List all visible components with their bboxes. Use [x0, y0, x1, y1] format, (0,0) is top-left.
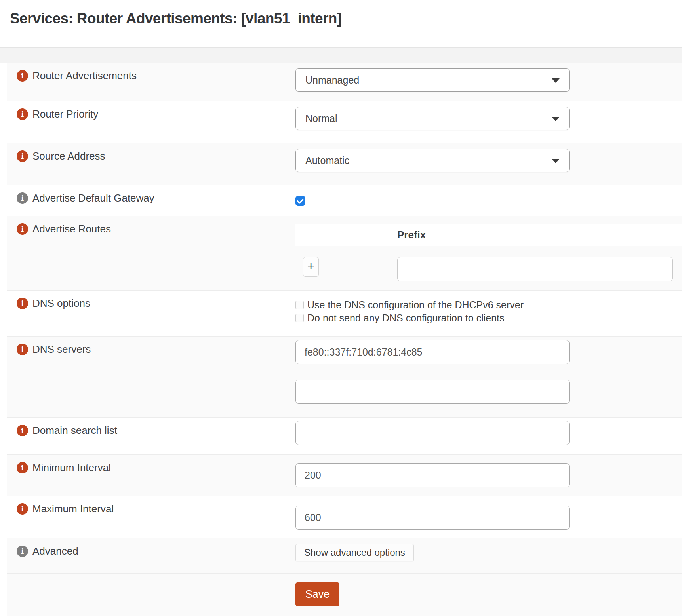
label-minimum-interval: Minimum Interval: [7, 455, 295, 496]
control-minimum-interval: [295, 455, 682, 496]
dns-server-1-input[interactable]: [295, 340, 570, 364]
label-advertise-default-gateway: Advertise Default Gateway: [7, 185, 295, 216]
dns-dhcpv6-checkbox[interactable]: [295, 301, 304, 309]
control-dns-options: Use the DNS configuration of the DHCPv6 …: [295, 291, 682, 336]
field-label: Minimum Interval: [32, 462, 111, 474]
source-address-select[interactable]: Automatic: [295, 149, 570, 172]
row-advertise-default-gateway: Advertise Default Gateway: [7, 185, 682, 216]
chevron-down-icon: [552, 117, 560, 121]
prefix-input[interactable]: [397, 257, 673, 281]
add-route-button[interactable]: +: [303, 257, 319, 277]
save-row: Save: [7, 574, 682, 616]
router-priority-select[interactable]: Normal: [295, 107, 570, 130]
checkmark-icon: [297, 197, 304, 204]
selected-value: Automatic: [305, 155, 349, 166]
routes-table-header: Prefix: [295, 224, 682, 246]
control-source-address: Automatic: [295, 143, 682, 185]
control-advanced: Show advanced options: [295, 538, 682, 573]
field-label: Router Priority: [32, 108, 98, 120]
dns-option-dhcpv6: Use the DNS configuration of the DHCPv6 …: [295, 298, 682, 312]
control-maximum-interval: [295, 496, 682, 538]
info-icon[interactable]: [17, 150, 28, 162]
info-icon[interactable]: [17, 192, 28, 204]
info-icon[interactable]: [17, 462, 28, 473]
dns-server-2-input[interactable]: [295, 380, 570, 404]
row-minimum-interval: Minimum Interval: [7, 455, 682, 496]
row-dns-servers: DNS servers: [7, 337, 682, 418]
row-router-priority: Router Priority Normal: [7, 101, 682, 143]
router-advertisements-select[interactable]: Unmanaged: [295, 68, 570, 92]
field-label: Source Address: [32, 150, 105, 162]
label-advertise-routes: Advertise Routes: [7, 216, 295, 290]
field-label: DNS options: [32, 297, 90, 310]
label-dns-servers: DNS servers: [7, 337, 295, 417]
plus-icon: +: [307, 259, 315, 274]
field-label: Router Advertisements: [32, 70, 137, 82]
dns-option-no-dns: Do not send any DNS configuration to cli…: [295, 312, 682, 325]
chevron-down-icon: [552, 159, 560, 163]
minimum-interval-input[interactable]: [295, 463, 570, 487]
chevron-down-icon: [552, 78, 560, 83]
control-advertise-routes: Prefix +: [295, 216, 682, 290]
show-advanced-options-button[interactable]: Show advanced options: [295, 544, 414, 561]
save-button[interactable]: Save: [295, 582, 339, 606]
label-router-advertisements: Router Advertisements: [7, 63, 295, 101]
info-icon[interactable]: [17, 108, 28, 120]
control-domain-search-list: [295, 418, 682, 454]
info-icon[interactable]: [17, 223, 28, 235]
label-router-priority: Router Priority: [7, 101, 295, 143]
label-advanced: Advanced: [7, 538, 295, 573]
label-domain-search-list: Domain search list: [7, 418, 295, 454]
info-icon[interactable]: [17, 425, 28, 436]
router-advertisements-form: Router Advertisements Unmanaged Router P…: [7, 63, 682, 616]
advertise-default-gateway-checkbox[interactable]: [295, 196, 305, 206]
info-icon[interactable]: [17, 298, 28, 309]
routes-table-row: +: [295, 257, 682, 281]
label-maximum-interval: Maximum Interval: [7, 496, 295, 538]
field-label: Advertise Routes: [32, 223, 111, 235]
info-icon[interactable]: [17, 546, 28, 557]
prefix-column-header: Prefix: [397, 229, 426, 241]
row-source-address: Source Address Automatic: [7, 143, 682, 185]
selected-value: Normal: [305, 113, 337, 124]
maximum-interval-input[interactable]: [295, 506, 570, 530]
info-icon[interactable]: [17, 503, 28, 515]
control-router-priority: Normal: [295, 101, 682, 143]
control-dns-servers: [295, 337, 682, 417]
info-icon[interactable]: [17, 70, 28, 82]
field-label: Domain search list: [32, 424, 117, 437]
row-domain-search-list: Domain search list: [7, 418, 682, 455]
info-icon[interactable]: [17, 344, 28, 355]
row-maximum-interval: Maximum Interval: [7, 496, 682, 538]
row-advertise-routes: Advertise Routes Prefix +: [7, 216, 682, 291]
field-label: DNS servers: [32, 343, 91, 356]
domain-search-list-input[interactable]: [295, 421, 570, 445]
checkbox-label: Use the DNS configuration of the DHCPv6 …: [307, 299, 524, 311]
field-label: Advertise Default Gateway: [32, 192, 154, 204]
field-label: Advanced: [32, 545, 78, 557]
label-source-address: Source Address: [7, 143, 295, 185]
header-separator-band: [0, 48, 682, 63]
row-router-advertisements: Router Advertisements Unmanaged: [7, 63, 682, 101]
field-label: Maximum Interval: [32, 503, 114, 515]
control-router-advertisements: Unmanaged: [295, 63, 682, 101]
label-dns-options: DNS options: [7, 291, 295, 336]
row-dns-options: DNS options Use the DNS configuration of…: [7, 291, 682, 337]
spacer: [295, 364, 682, 380]
checkbox-label: Do not send any DNS configuration to cli…: [307, 312, 505, 324]
selected-value: Unmanaged: [305, 74, 359, 86]
row-advanced: Advanced Show advanced options: [7, 538, 682, 574]
page-header: Services: Router Advertisements: [vlan51…: [0, 0, 682, 48]
control-advertise-default-gateway: [295, 185, 682, 216]
dns-none-checkbox[interactable]: [295, 314, 304, 322]
page-title: Services: Router Advertisements: [vlan51…: [10, 10, 682, 27]
